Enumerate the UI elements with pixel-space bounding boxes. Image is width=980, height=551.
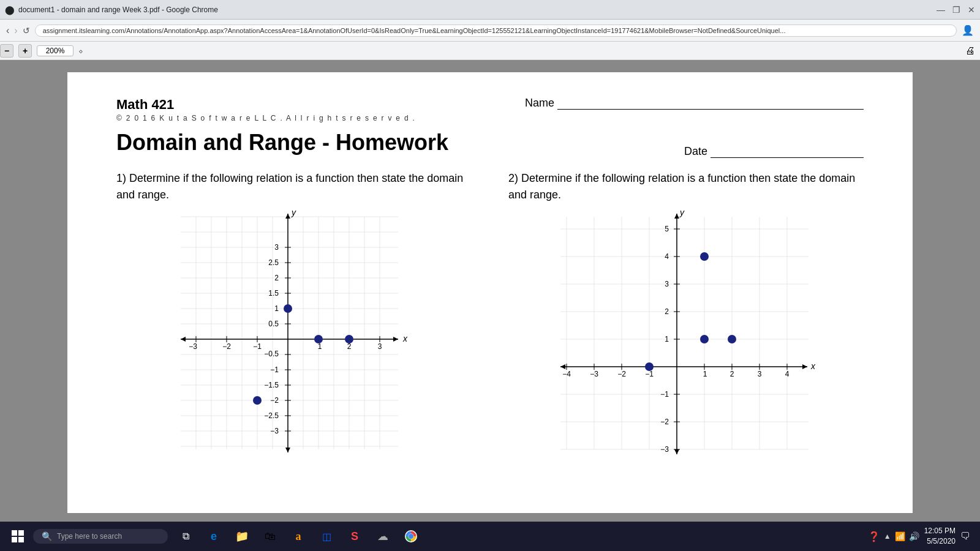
course-title: Math 421 bbox=[116, 97, 416, 113]
problem-2-number: 2) bbox=[508, 172, 518, 184]
doc-header: Math 421 © 2 0 1 6 K u t a S o f t w a r… bbox=[116, 97, 864, 122]
x2-tick-1: 1 bbox=[703, 370, 707, 378]
volume-icon[interactable]: 🔊 bbox=[909, 531, 919, 541]
graph-2: x y −4 −3 −2 −1 1 2 3 4 5 bbox=[557, 211, 815, 468]
back-button[interactable]: ‹ bbox=[6, 25, 9, 36]
name-label: Name bbox=[525, 97, 554, 109]
pdf-page: Math 421 © 2 0 1 6 K u t a S o f t w a r… bbox=[67, 72, 913, 513]
svg-rect-81 bbox=[12, 530, 17, 536]
y-tick--2: −2 bbox=[270, 396, 279, 405]
svg-rect-84 bbox=[18, 537, 24, 542]
task-icons: ⧉ e 📁 🛍 a ◫ S ☁ bbox=[173, 523, 424, 549]
x-tick-3: 3 bbox=[378, 342, 382, 351]
y2-tick--1: −1 bbox=[660, 390, 669, 399]
x-tick--1: −1 bbox=[253, 342, 262, 351]
y-tick--2.5: −2.5 bbox=[264, 411, 279, 420]
store-icon[interactable]: 🛍 bbox=[257, 523, 283, 549]
onedrive-icon[interactable]: ☁ bbox=[370, 523, 396, 549]
y-tick-3: 3 bbox=[274, 243, 279, 252]
refresh-button[interactable]: ↺ bbox=[23, 26, 30, 36]
graph2-point3 bbox=[645, 362, 654, 371]
address-bar: ‹ › ↺ assignment.itslearning.com/Annotat… bbox=[0, 20, 980, 42]
graph-1: x y −3 −2 −1 1 2 3 bbox=[178, 211, 410, 468]
problem-1: 1) Determine if the following relation i… bbox=[116, 170, 472, 468]
y-tick--1.5: −1.5 bbox=[264, 381, 279, 389]
y2-tick-4: 4 bbox=[665, 252, 669, 261]
y2-tick-5: 5 bbox=[665, 225, 669, 233]
x-axis-arrow-2 bbox=[802, 364, 807, 369]
y-tick-0.5: 0.5 bbox=[268, 320, 279, 328]
search-input-text: Type here to search bbox=[57, 532, 122, 541]
y-axis-arrow-down-2 bbox=[674, 449, 679, 454]
zoom-out-button[interactable]: − bbox=[0, 44, 13, 58]
header-right: Name bbox=[525, 97, 864, 110]
y2-tick--2: −2 bbox=[660, 418, 669, 426]
x-tick-1: 1 bbox=[318, 342, 322, 351]
title-date-row: Domain and Range - Homework Date bbox=[116, 125, 864, 158]
problem-1-number: 1) bbox=[116, 172, 126, 184]
x2-tick-4: 4 bbox=[785, 370, 790, 378]
x2-tick-3: 3 bbox=[758, 370, 762, 378]
maximize-button[interactable]: ❐ bbox=[952, 5, 960, 15]
amazon-icon[interactable]: a bbox=[285, 523, 311, 549]
browser-favicon: ⬤ bbox=[5, 5, 15, 15]
y2-tick--3: −3 bbox=[660, 445, 669, 454]
help-tray-icon[interactable]: ❓ bbox=[868, 531, 880, 542]
problem-1-text: 1) Determine if the following relation i… bbox=[116, 170, 472, 203]
minimize-button[interactable]: — bbox=[937, 5, 945, 15]
up-arrow-icon[interactable]: ▲ bbox=[884, 532, 891, 541]
x-tick--3: −3 bbox=[189, 342, 197, 351]
search-bar[interactable]: 🔍 Type here to search bbox=[33, 529, 168, 544]
y-axis-arrow-2 bbox=[674, 214, 679, 219]
copyright-text: © 2 0 1 6 K u t a S o f t w a r e L L C … bbox=[116, 114, 416, 122]
y-axis-arrow bbox=[285, 214, 290, 219]
problem-2-text: 2) Determine if the following relation i… bbox=[508, 170, 864, 203]
y-axis-label: y bbox=[291, 208, 296, 217]
chrome-icon[interactable] bbox=[398, 523, 424, 549]
clock-time: 12:05 PM bbox=[924, 526, 956, 536]
notification-icon[interactable]: 🗨 bbox=[960, 531, 970, 542]
graph2-point4 bbox=[728, 335, 736, 343]
edge-icon[interactable]: e bbox=[201, 523, 227, 549]
svg-rect-82 bbox=[18, 530, 24, 536]
x-axis-arrow-left bbox=[181, 337, 186, 342]
problem-2-description: Determine if the following relation is a… bbox=[508, 172, 855, 201]
homework-title: Domain and Range - Homework bbox=[116, 130, 448, 156]
x2-tick--4: −4 bbox=[562, 370, 571, 378]
dropbox-icon[interactable]: ◫ bbox=[314, 523, 339, 549]
y-axis-label-2: y bbox=[679, 208, 685, 217]
print-icon[interactable]: 🖨 bbox=[965, 45, 975, 56]
network-icon[interactable]: 📶 bbox=[895, 531, 905, 541]
name-underline bbox=[557, 109, 864, 110]
forward-button[interactable]: › bbox=[14, 25, 17, 36]
y-tick-2: 2 bbox=[274, 274, 279, 282]
pdf-area: Math 421 © 2 0 1 6 K u t a S o f t w a r… bbox=[0, 60, 980, 522]
y2-tick-1: 1 bbox=[665, 335, 669, 343]
zoom-level[interactable]: 200% bbox=[37, 45, 74, 56]
window-controls: — ❐ ✕ bbox=[937, 5, 975, 15]
account-icon: 👤 bbox=[962, 24, 974, 36]
task-view-button[interactable]: ⧉ bbox=[173, 523, 198, 549]
zoom-in-button[interactable]: + bbox=[18, 44, 32, 58]
tray-icons: ❓ ▲ 📶 🔊 bbox=[868, 531, 919, 542]
zoom-adjust-icon: ⬦ bbox=[78, 46, 83, 55]
grid-lines bbox=[181, 217, 398, 449]
graph2-point2 bbox=[700, 335, 709, 343]
toolbar: − + 200% ⬦ 🖨 bbox=[0, 42, 980, 60]
stylus-icon[interactable]: S bbox=[342, 523, 368, 549]
graph1-point4 bbox=[253, 396, 262, 405]
start-button[interactable] bbox=[5, 523, 31, 549]
taskbar: 🔍 Type here to search ⧉ e 📁 🛍 a ◫ S ☁ ❓ … bbox=[0, 522, 980, 551]
graph1-point1 bbox=[284, 304, 292, 313]
close-button[interactable]: ✕ bbox=[968, 5, 975, 15]
y-tick--3: −3 bbox=[270, 427, 279, 435]
y2-tick-2: 2 bbox=[665, 307, 669, 316]
y-tick--1: −1 bbox=[270, 365, 279, 374]
problem-1-description: Determine if the following relation is a… bbox=[116, 172, 463, 201]
header-left: Math 421 © 2 0 1 6 K u t a S o f t w a r… bbox=[116, 97, 416, 122]
address-input[interactable]: assignment.itslearning.com/Annotations/A… bbox=[35, 24, 957, 37]
graph-1-container: x y −3 −2 −1 1 2 3 bbox=[116, 211, 472, 468]
name-line: Name bbox=[525, 97, 864, 110]
file-explorer-icon[interactable]: 📁 bbox=[229, 523, 255, 549]
clock: 12:05 PM 5/5/2020 bbox=[924, 526, 956, 547]
